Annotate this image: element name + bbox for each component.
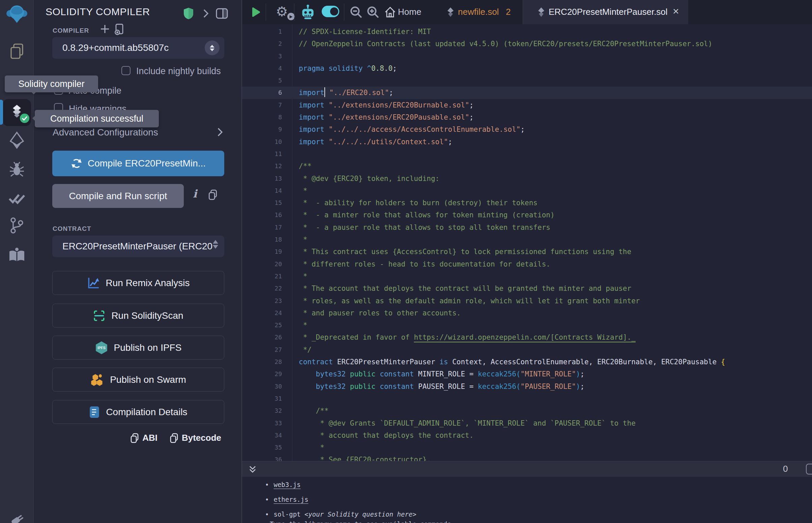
code-line[interactable]: 9import "../../../access/AccessControlEn… [242,123,812,136]
line-number[interactable]: 17 [242,221,282,234]
code-line[interactable]: 13 * @dev {ERC20} token, including: [242,173,812,185]
terminal-item[interactable]: •ethers.js [265,494,308,504]
code-line[interactable]: 34 * account that deploys the contract. [242,429,812,441]
line-number[interactable]: 28 [242,356,282,368]
code-line[interactable]: 16 * - a minter role that allows for tok… [242,209,812,221]
code-text[interactable]: import "../../../access/AccessControlEnu… [282,123,525,136]
code-editor[interactable]: 1// SPDX-License-Identifier: MIT2// Open… [242,24,812,461]
code-text[interactable]: */ [282,344,312,356]
code-text[interactable]: * account that deploys the contract. [282,429,474,441]
code-line[interactable]: 14 * [242,185,812,197]
code-line[interactable]: 28contract ERC20PresetMinterPauser is Co… [242,356,812,368]
code-text[interactable]: * - ability for holders to burn (destroy… [282,197,537,209]
expand-terminal-icon[interactable] [248,465,257,473]
advanced-configurations-toggle[interactable]: Advanced Configurations [53,127,158,138]
line-number[interactable]: 30 [242,380,282,393]
line-number[interactable]: 1 [242,25,282,38]
chevron-right-icon[interactable] [217,128,223,137]
line-number[interactable]: 34 [242,429,282,441]
line-number[interactable]: 27 [242,344,282,356]
code-line[interactable]: 12/** [242,160,812,172]
line-number[interactable]: 13 [242,173,282,185]
code-text[interactable]: * roles, as well as the default admin ro… [282,295,640,307]
code-line[interactable]: 27 */ [242,344,812,356]
code-text[interactable]: * See {ERC20-constructor}. [282,454,431,461]
ai-robot-icon[interactable] [300,4,316,20]
code-text[interactable]: import "../extensions/ERC20Burnable.sol"… [282,99,474,111]
publish-ipfs-button[interactable]: IPFS Publish on IPFS [52,336,224,360]
zoom-in-icon[interactable] [366,5,380,19]
line-number[interactable]: 22 [242,283,282,294]
terminal-item[interactable]: •web3.js [265,480,301,490]
code-line[interactable]: 33 * @dev Grants `DEFAULT_ADMIN_ROLE`, `… [242,417,812,429]
close-icon[interactable]: × [673,5,679,18]
terminal-item[interactable]: •sol-gpt <your Solidity question here> [265,509,417,519]
line-number[interactable]: 23 [242,295,282,307]
line-number[interactable]: 35 [242,441,282,454]
code-text[interactable]: * - a pauser role that allows to stop al… [282,221,550,234]
code-line[interactable]: 15 * - ability for holders to burn (dest… [242,197,812,209]
code-text[interactable]: // OpenZeppelin Contracts (last updated … [282,38,712,50]
terminal-listen-checkbox[interactable] [806,464,812,474]
solidity-compiler-tab-active[interactable] [3,99,31,126]
include-nightly-checkbox[interactable] [121,66,130,75]
code-text[interactable]: /** [282,405,329,417]
learneth-icon[interactable] [0,247,34,262]
zoom-out-icon[interactable] [349,5,363,19]
copy-icon[interactable] [208,190,218,200]
code-text[interactable]: import "../../../utils/Context.sol"; [282,136,452,148]
code-text[interactable] [282,74,299,87]
code-line[interactable]: 23 * roles, as well as the default admin… [242,295,812,307]
line-number[interactable]: 29 [242,368,282,380]
line-number[interactable]: 11 [242,148,282,160]
run-script-play-icon[interactable] [251,7,261,18]
line-number[interactable]: 8 [242,111,282,123]
line-number[interactable]: 3 [242,50,282,62]
code-line[interactable]: 21 * [242,270,812,283]
copy-bytecode-button[interactable]: Bytecode [170,433,221,443]
debugger-icon[interactable] [0,161,34,177]
code-line[interactable]: 24 * and pauser roles to other accounts. [242,307,812,319]
code-text[interactable]: * [282,270,307,283]
line-number[interactable]: 21 [242,270,282,283]
line-number[interactable]: 36 [242,454,282,461]
code-line[interactable]: 30 bytes32 public constant PAUSER_ROLE =… [242,380,812,393]
info-icon[interactable]: i [193,187,197,200]
code-line[interactable]: 4pragma solidity ^0.8.0; [242,62,812,74]
line-number[interactable]: 20 [242,258,282,270]
code-line[interactable]: 35 * [242,441,812,454]
code-text[interactable] [282,50,299,62]
script-config-button[interactable]: ⚙ ▶ [276,3,296,22]
copy-abi-button[interactable]: ABI [130,433,158,443]
code-text[interactable]: * @dev {ERC20} token, including: [282,173,439,185]
code-text[interactable]: * @dev Grants `DEFAULT_ADMIN_ROLE`, `MIN… [282,417,636,429]
code-line[interactable]: 22 * The account that deploys the contra… [242,283,812,294]
line-number[interactable]: 9 [242,123,282,136]
remix-logo-icon[interactable] [0,4,34,23]
line-number[interactable]: 6 [242,87,282,99]
code-line[interactable]: 5 [242,74,812,87]
plugin-manager-icon[interactable] [0,513,34,523]
compile-button[interactable]: Compile ERC20PresetMin... [52,151,224,176]
code-text[interactable]: * [282,234,307,246]
code-text[interactable]: bytes32 public constant PAUSER_ROLE = ke… [282,380,584,393]
terminal-link[interactable]: ethers.js [273,496,308,503]
code-line[interactable]: 17 * - a pauser role that allows to stop… [242,221,812,234]
code-text[interactable]: * [282,441,324,454]
line-number[interactable]: 7 [242,99,282,111]
code-text[interactable]: * _Deprecated in favor of https://wizard… [282,331,636,343]
code-text[interactable]: * and pauser roles to other accounts. [282,307,461,319]
code-text[interactable]: * [282,185,307,197]
line-number[interactable]: 4 [242,62,282,74]
terminal-output[interactable]: •web3.js•ethers.js•sol-gpt <your Solidit… [242,477,812,523]
compiler-version-select[interactable]: 0.8.29+commit.ab55807c [52,37,224,59]
line-number[interactable]: 2 [242,38,282,50]
terminal-bar[interactable]: 0 [242,461,812,477]
line-number[interactable]: 14 [242,185,282,197]
line-number[interactable]: 32 [242,405,282,417]
code-text[interactable] [282,393,299,405]
terminal-link[interactable]: web3.js [273,481,300,488]
code-text[interactable]: * [282,319,307,331]
line-number[interactable]: 26 [242,331,282,343]
code-text[interactable]: // SPDX-License-Identifier: MIT [282,25,431,38]
